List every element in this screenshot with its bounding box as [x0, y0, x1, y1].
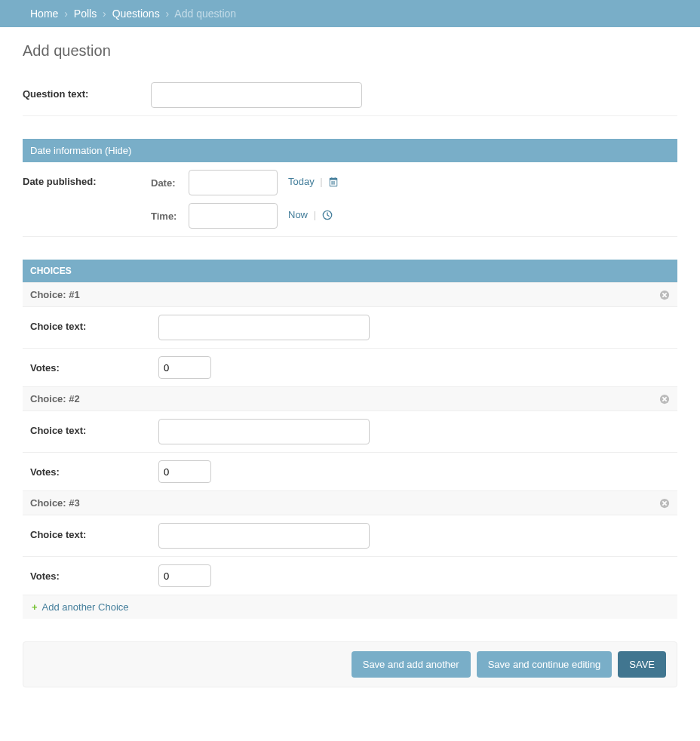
pipe: |	[314, 209, 316, 220]
inline-item-1: Choice: #1 Choice text: Votes:	[23, 282, 677, 386]
add-another-label: Add another Choice	[42, 601, 129, 613]
date-shortcuts: Today |	[288, 176, 339, 189]
inline-item-header: Choice: #2	[23, 386, 677, 411]
row-date-published: Date published: Date: Today | Time:	[23, 162, 677, 236]
input-date[interactable]	[189, 170, 278, 195]
breadcrumb: Home › Polls › Questions › Add question	[0, 0, 700, 27]
date-row: Date: Today |	[151, 170, 677, 195]
fieldset-date-toggle[interactable]: (Hide)	[105, 145, 131, 156]
inline-choices-header: Choices	[23, 260, 677, 282]
inline-item-header: Choice: #1	[23, 282, 677, 307]
label-votes: Votes:	[30, 356, 158, 374]
save-continue-button[interactable]: Save and continue editing	[477, 651, 612, 678]
input-question-text[interactable]	[151, 82, 362, 108]
content: Add question Question text: Date informa…	[0, 27, 700, 703]
input-time[interactable]	[189, 203, 278, 229]
page-title: Add question	[23, 42, 677, 60]
label-votes: Votes:	[30, 564, 158, 582]
delete-icon[interactable]	[659, 290, 670, 300]
input-choice-text[interactable]	[158, 523, 370, 549]
input-votes[interactable]	[158, 460, 211, 483]
calendar-icon[interactable]	[328, 177, 339, 189]
row-choice-text: Choice text:	[23, 515, 677, 557]
label-date-published: Date published:	[23, 170, 151, 187]
input-choice-text[interactable]	[158, 419, 370, 444]
inline-item-2: Choice: #2 Choice text: Votes:	[23, 386, 677, 490]
label-choice-text: Choice text:	[30, 315, 158, 332]
time-row: Time: Now |	[151, 203, 677, 229]
plus-icon: +	[32, 601, 38, 613]
delete-icon[interactable]	[659, 394, 670, 404]
input-choice-text[interactable]	[158, 315, 370, 340]
breadcrumb-home[interactable]: Home	[30, 8, 58, 20]
add-row: + Add another Choice	[23, 595, 677, 619]
fieldset-date-info: Date information (Hide) Date published: …	[23, 139, 677, 237]
label-choice-text: Choice text:	[30, 419, 158, 436]
save-button[interactable]: SAVE	[618, 651, 666, 678]
add-another-choice-link[interactable]: + Add another Choice	[32, 601, 129, 613]
save-add-another-button[interactable]: Save and add another	[352, 651, 471, 678]
now-link[interactable]: Now	[288, 209, 308, 220]
input-votes[interactable]	[158, 356, 211, 379]
inline-item-title: Choice: #3	[30, 497, 80, 509]
submit-row: Save and add another Save and continue e…	[23, 641, 677, 687]
clock-icon[interactable]	[322, 210, 333, 223]
row-votes: Votes:	[23, 349, 677, 386]
breadcrumb-sep: ›	[103, 8, 106, 20]
row-votes: Votes:	[23, 453, 677, 490]
inline-choices: Choices Choice: #1 Choice text: Votes:	[23, 260, 677, 619]
pipe: |	[320, 176, 322, 187]
row-choice-text: Choice text:	[23, 411, 677, 453]
breadcrumb-sep: ›	[166, 8, 170, 20]
fieldset-date-header: Date information (Hide)	[23, 139, 677, 162]
inline-item-title: Choice: #1	[30, 289, 80, 300]
row-question-text: Question text:	[23, 75, 677, 115]
row-votes: Votes:	[23, 557, 677, 595]
breadcrumb-sep: ›	[64, 8, 68, 20]
input-votes[interactable]	[158, 564, 211, 587]
label-votes: Votes:	[30, 460, 158, 478]
fieldset-main: Question text:	[23, 75, 677, 116]
label-question-text: Question text:	[23, 82, 151, 100]
fieldset-date-title: Date information	[30, 145, 102, 156]
breadcrumb-questions[interactable]: Questions	[112, 8, 160, 20]
inline-item-header: Choice: #3	[23, 490, 677, 515]
inline-item-3: Choice: #3 Choice text: Votes:	[23, 490, 677, 595]
breadcrumb-current: Add question	[174, 8, 236, 20]
inline-item-title: Choice: #2	[30, 393, 80, 404]
time-shortcuts: Now |	[288, 209, 333, 222]
sublabel-date: Date:	[151, 177, 178, 189]
breadcrumb-polls[interactable]: Polls	[74, 8, 97, 20]
label-choice-text: Choice text:	[30, 523, 158, 540]
sublabel-time: Time:	[151, 211, 178, 222]
row-choice-text: Choice text:	[23, 307, 677, 349]
today-link[interactable]: Today	[288, 176, 315, 187]
delete-icon[interactable]	[659, 498, 670, 509]
